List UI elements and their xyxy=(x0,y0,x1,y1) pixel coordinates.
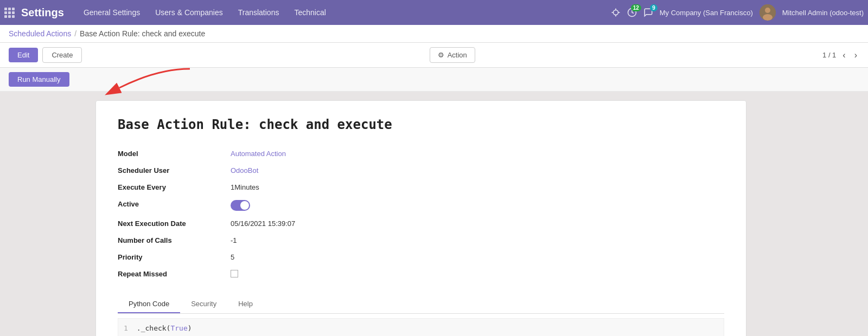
action-button[interactable]: ⚙ Action xyxy=(430,47,475,63)
nav-technical[interactable]: Technical xyxy=(288,5,332,20)
edit-button[interactable]: Edit xyxy=(9,48,38,62)
company-name[interactable]: My Company (San Francisco) xyxy=(660,9,753,17)
field-label-repeat-missed: Repeat Missed xyxy=(118,266,226,282)
field-value-active xyxy=(226,196,724,215)
svg-point-0 xyxy=(613,10,618,15)
field-value-repeat-missed xyxy=(226,266,724,282)
app-grid-icon[interactable] xyxy=(4,8,15,18)
field-label-number-of-calls: Number of Calls xyxy=(118,232,226,249)
bug-icon-btn[interactable] xyxy=(611,8,621,17)
fields-table: Model Automated Action Scheduler User Od… xyxy=(118,145,724,282)
field-value-number-of-calls: -1 xyxy=(226,232,724,249)
code-content: ._check(True) xyxy=(137,324,192,332)
pagination-area: 1 / 1 ‹ › xyxy=(822,49,859,61)
nav-general-settings[interactable]: General Settings xyxy=(77,5,146,20)
record-title: Base Action Rule: check and execute xyxy=(118,117,724,132)
code-suffix: ) xyxy=(188,324,192,332)
prev-record-button[interactable]: ‹ xyxy=(840,49,847,61)
nav-users-companies[interactable]: Users & Companies xyxy=(149,5,229,20)
pagination-text: 1 / 1 xyxy=(822,51,836,59)
field-label-scheduler-user: Scheduler User xyxy=(118,162,226,179)
run-manually-button[interactable]: Run Manually xyxy=(9,72,69,87)
field-label-execute-every: Execute Every xyxy=(118,179,226,196)
repeat-missed-checkbox[interactable] xyxy=(231,270,238,277)
field-value-next-execution: 05/16/2021 15:39:07 xyxy=(226,215,724,232)
action-bar: Run Manually xyxy=(0,68,868,92)
navbar-right: 12 9 My Company (San Francisco) Mitchell… xyxy=(611,4,864,21)
svg-point-8 xyxy=(763,14,773,21)
user-avatar[interactable] xyxy=(760,4,776,21)
active-toggle[interactable] xyxy=(231,200,250,211)
tab-help[interactable]: Help xyxy=(227,295,264,313)
app-brand: Settings xyxy=(21,7,64,19)
code-arg: True xyxy=(170,324,187,332)
field-label-model: Model xyxy=(118,145,226,162)
navbar-left: Settings xyxy=(4,7,77,19)
code-line-number: 1 xyxy=(124,324,128,332)
message-badge: 9 xyxy=(650,4,658,11)
navbar: Settings General Settings Users & Compan… xyxy=(0,0,868,25)
message-icon-btn[interactable]: 9 xyxy=(643,8,653,17)
breadcrumb-bar: Scheduled Actions / Base Action Rule: ch… xyxy=(0,25,868,43)
field-value-priority: 5 xyxy=(226,249,724,266)
activity-badge: 12 xyxy=(631,4,641,11)
tab-python-code[interactable]: Python Code xyxy=(118,295,180,313)
field-value-scheduler-user: OdooBot xyxy=(226,162,724,179)
tabs-bar: Python Code Security Help xyxy=(118,295,724,314)
action-bar-container: Run Manually xyxy=(0,68,868,92)
next-record-button[interactable]: › xyxy=(852,49,859,61)
model-link[interactable]: Automated Action xyxy=(231,150,286,158)
create-button[interactable]: Create xyxy=(42,47,82,63)
field-value-model: Automated Action xyxy=(226,145,724,162)
main-content: Base Action Rule: check and execute Mode… xyxy=(0,92,868,336)
tab-security[interactable]: Security xyxy=(180,295,227,313)
navbar-menu: General Settings Users & Companies Trans… xyxy=(77,5,611,20)
svg-point-7 xyxy=(765,8,770,13)
gear-icon: ⚙ xyxy=(438,51,444,59)
field-value-execute-every: 1Minutes xyxy=(226,179,724,196)
toggle-knob xyxy=(240,201,249,210)
action-button-label: Action xyxy=(448,51,467,59)
field-label-priority: Priority xyxy=(118,249,226,266)
content-panel: Base Action Rule: check and execute Mode… xyxy=(95,100,746,336)
scheduler-user-link[interactable]: OdooBot xyxy=(231,166,258,175)
toolbar: Edit Create ⚙ Action 1 / 1 ‹ › xyxy=(0,43,868,68)
code-area: 1 ._check(True) xyxy=(118,318,724,336)
breadcrumb-current: Base Action Rule: check and execute xyxy=(80,29,205,38)
activity-icon-btn[interactable]: 12 xyxy=(627,8,637,17)
breadcrumb-separator: / xyxy=(74,29,76,38)
breadcrumb-parent-link[interactable]: Scheduled Actions xyxy=(9,29,71,38)
field-label-next-execution: Next Execution Date xyxy=(118,215,226,232)
user-name[interactable]: Mitchell Admin (odoo-test) xyxy=(782,9,864,17)
field-label-active: Active xyxy=(118,196,226,215)
nav-translations[interactable]: Translations xyxy=(232,5,286,20)
code-prefix: ._check( xyxy=(137,324,171,332)
